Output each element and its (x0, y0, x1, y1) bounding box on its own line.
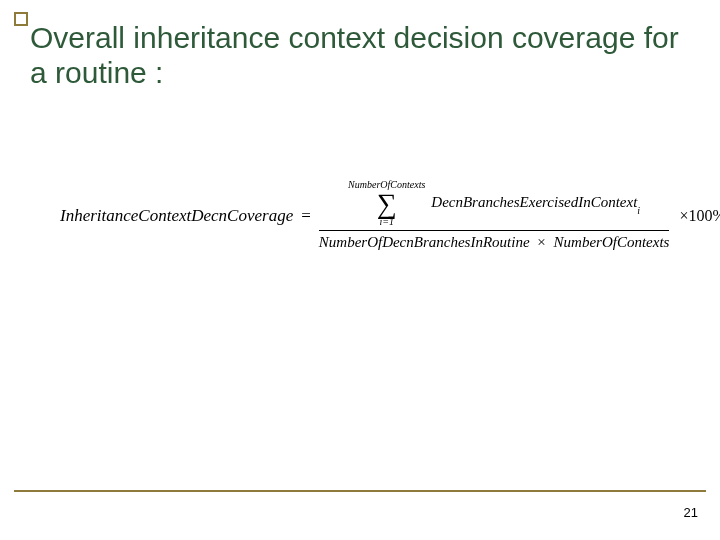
sum-term-main: DecnBranchesExercisedInContext (431, 194, 637, 210)
sigma-icon: ∑ (377, 191, 397, 216)
sum-lower-bound: i=1 (379, 217, 394, 227)
footer-rule (14, 490, 706, 492)
fraction: NumberOfContexts ∑ i=1 DecnBranchesExerc… (319, 180, 670, 251)
title-block: Overall inheritance context decision cov… (14, 12, 706, 101)
slide-title: Overall inheritance context decision cov… (30, 20, 696, 91)
slide: Overall inheritance context decision cov… (0, 0, 720, 540)
denominator: NumberOfDecnBranchesInRoutine × NumberOf… (319, 234, 670, 251)
denom-left: NumberOfDecnBranchesInRoutine (319, 234, 530, 250)
sum-term-subscript: i (637, 205, 640, 216)
formula: InheritanceContextDecnCoverage = NumberO… (60, 180, 702, 251)
summation-term: DecnBranchesExercisedInContexti (431, 195, 640, 213)
formula-row: InheritanceContextDecnCoverage = NumberO… (60, 180, 702, 251)
denom-times-sign: × (533, 234, 549, 250)
formula-tail: ×100% (675, 207, 720, 225)
page-number: 21 (684, 505, 698, 520)
fraction-bar (319, 230, 670, 231)
formula-lhs: InheritanceContextDecnCoverage (60, 206, 293, 226)
summation-row: NumberOfContexts ∑ i=1 DecnBranchesExerc… (348, 180, 640, 227)
numerator: NumberOfContexts ∑ i=1 DecnBranchesExerc… (348, 180, 640, 227)
corner-square-decoration (14, 12, 28, 26)
denom-right: NumberOfContexts (554, 234, 670, 250)
equals-sign: = (299, 206, 313, 226)
tail-percent: 100% (688, 207, 720, 224)
sigma-box: NumberOfContexts ∑ i=1 (348, 180, 425, 227)
